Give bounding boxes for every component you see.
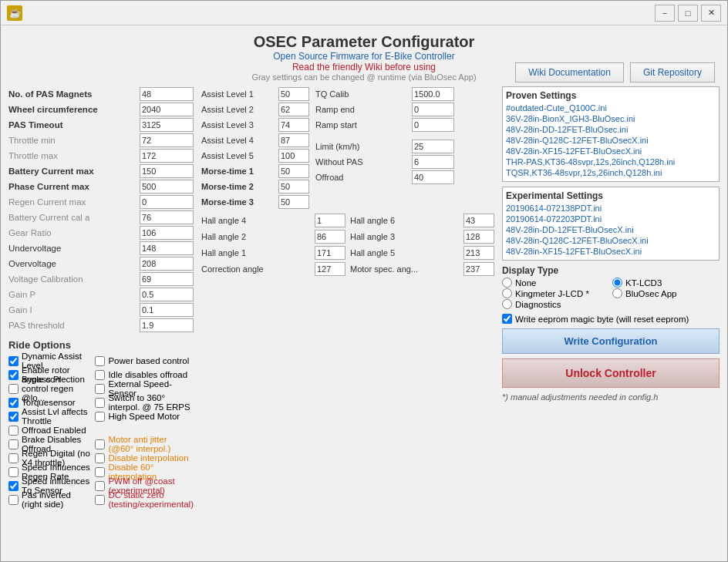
ride-option-checkbox[interactable] [95, 481, 105, 491]
tq-param-label: Ramp end [315, 105, 412, 114]
ride-option-checkbox[interactable] [8, 356, 19, 366]
experimental-settings-box: Experimental Settings 20190614-072138PDT… [502, 187, 720, 261]
ride-option-checkbox[interactable] [95, 356, 105, 366]
param-label: Throttle min [8, 136, 140, 145]
experimental-settings-item[interactable]: 48V-28in-DD-12FET-BluOsecX.ini [506, 224, 716, 235]
ride-option-checkbox[interactable] [95, 439, 105, 449]
ride-option-checkbox[interactable] [95, 467, 105, 477]
ride-option-checkbox[interactable] [8, 412, 19, 422]
experimental-settings-item[interactable]: 20190614-072203PDT.ini [506, 214, 716, 224]
assist-param-input[interactable] [278, 195, 309, 209]
limit-param-row: Without PAS [315, 154, 454, 170]
param-input[interactable] [140, 272, 194, 286]
ride-option-checkbox[interactable] [95, 370, 105, 380]
assist-param-input[interactable] [278, 180, 309, 194]
ride-option-checkbox[interactable] [95, 412, 105, 422]
ride-option-label: Idle disables offroad [108, 370, 187, 379]
assist-param-row: Assist Level 1 [201, 86, 309, 102]
radio-kingmeter[interactable]: Kingmeter J-LCD * [502, 288, 609, 298]
maximize-button[interactable]: □ [678, 5, 698, 22]
param-input[interactable] [140, 226, 194, 240]
assist-param-input[interactable] [278, 149, 309, 163]
proven-settings-item[interactable]: 48V-28in-DD-12FET-BluOsec.ini [506, 124, 716, 135]
hall-param-input[interactable] [463, 230, 494, 244]
write-config-button[interactable]: Write Configuration [502, 328, 720, 354]
left-param-row: PAS threshold [8, 318, 194, 333]
radio-none[interactable]: None [502, 278, 609, 288]
ride-option-checkbox[interactable] [95, 453, 105, 463]
ride-option-checkbox[interactable] [8, 398, 19, 408]
minimize-button[interactable]: − [655, 5, 675, 22]
ride-option-checkbox[interactable] [8, 453, 19, 463]
hall-param-input[interactable] [315, 262, 345, 276]
git-button[interactable]: Git Repository [630, 62, 715, 82]
ride-option-checkbox[interactable] [95, 384, 105, 394]
param-input[interactable] [140, 288, 194, 301]
hall-param-input[interactable] [463, 214, 494, 227]
write-eeprom-checkbox-row[interactable]: Write eeprom magic byte (will reset eepr… [502, 314, 720, 324]
limit-param-input[interactable] [412, 170, 454, 184]
proven-settings-item[interactable]: #outdated-Cute_Q100C.ini [506, 103, 716, 113]
param-input[interactable] [140, 118, 194, 132]
experimental-settings-item[interactable]: 20190614-072138PDT.ini [506, 203, 716, 214]
param-input[interactable] [140, 318, 194, 332]
experimental-settings-item[interactable]: 48V-28in-Q128C-12FET-BluOsecX.ini [506, 235, 716, 246]
param-input[interactable] [140, 87, 194, 101]
param-input[interactable] [140, 303, 194, 317]
ride-option-checkbox[interactable] [95, 398, 105, 408]
ride-option-checkbox[interactable] [95, 495, 105, 505]
ride-option-checkbox[interactable] [8, 495, 19, 505]
assist-param-input[interactable] [278, 118, 309, 132]
assist-param-input[interactable] [278, 87, 309, 101]
ride-option-row: DC static zero (testing/experimental) [95, 493, 194, 506]
tq-param-row: Ramp end [315, 102, 454, 117]
param-input[interactable] [140, 210, 194, 224]
hall-param-row: Motor spec. ang... [350, 261, 494, 277]
ride-option-checkbox[interactable] [8, 481, 19, 491]
proven-settings-item[interactable]: TQSR,KT36-48svpr,12s,26inch,Q128h.ini [506, 167, 716, 178]
ride-option-checkbox[interactable] [8, 467, 19, 477]
proven-settings-item[interactable]: 48V-28in-XF15-12FET-BluOsecX.ini [506, 146, 716, 156]
param-input[interactable] [140, 195, 194, 209]
ride-option-checkbox[interactable] [8, 370, 19, 380]
hall-param-input[interactable] [315, 246, 345, 260]
limit-param-input[interactable] [412, 155, 454, 169]
param-input[interactable] [140, 180, 194, 194]
hall-param-input[interactable] [463, 246, 494, 260]
assist-param-label: Assist Level 4 [201, 136, 278, 145]
hall-param-input[interactable] [315, 230, 345, 244]
tq-param-input[interactable] [412, 118, 454, 132]
radio-diagnostics[interactable]: Diagnostics [502, 299, 609, 309]
proven-settings-item[interactable]: THR-PAS,KT36-48svpr,12s,26inch,Q128h.ini [506, 156, 716, 167]
hall-param-row: Hall angle 4 [201, 213, 345, 228]
assist-param-input[interactable] [278, 103, 309, 116]
assist-param-input[interactable] [278, 133, 309, 147]
param-input[interactable] [140, 241, 194, 255]
ride-option-checkbox[interactable] [8, 384, 19, 394]
unlock-controller-button[interactable]: Unlock Controller [502, 358, 720, 388]
ride-option-checkbox[interactable] [8, 439, 19, 449]
tq-param-input[interactable] [412, 87, 454, 101]
ride-option-checkbox[interactable] [8, 426, 19, 436]
param-input[interactable] [140, 133, 194, 147]
write-eeprom-checkbox[interactable] [502, 314, 512, 324]
experimental-settings-item[interactable]: 48V-28in-XF15-12FET-BluOsecX.ini [506, 246, 716, 257]
hall-param-label: Hall angle 4 [201, 216, 315, 225]
param-input[interactable] [140, 149, 194, 163]
hall-param-input[interactable] [315, 214, 345, 227]
radio-kt-lcd3[interactable]: KT-LCD3 [612, 278, 720, 288]
left-params-panel: No. of PAS MagnetsWheel circumferencePAS… [8, 86, 194, 557]
close-button[interactable]: ✕ [701, 5, 721, 22]
wiki-button[interactable]: Wiki Documentation [515, 62, 624, 82]
param-input[interactable] [140, 164, 194, 178]
assist-param-input[interactable] [278, 164, 309, 178]
param-input[interactable] [140, 103, 194, 116]
tq-param-input[interactable] [412, 103, 454, 116]
left-param-row: Gain P [8, 287, 194, 302]
proven-settings-item[interactable]: 36V-28in-BionX_IGH3-BluOsec.ini [506, 113, 716, 124]
hall-param-input[interactable] [463, 262, 494, 276]
radio-bluosec[interactable]: BluOsec App [612, 288, 720, 298]
limit-param-input[interactable] [412, 140, 454, 153]
param-input[interactable] [140, 257, 194, 271]
proven-settings-item[interactable]: 48V-28in-Q128C-12FET-BluOsecX.ini [506, 135, 716, 146]
